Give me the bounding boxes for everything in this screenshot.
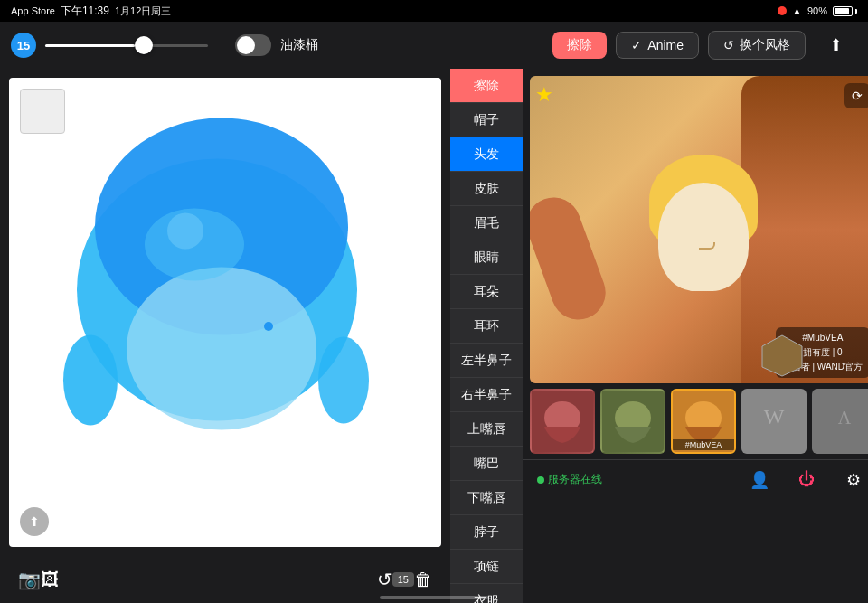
menu-item-lower-lip[interactable]: 下嘴唇 bbox=[450, 481, 523, 515]
content-area: ⬆ 📷 🖼 ↺ 15 🗑 bbox=[0, 69, 868, 603]
undo-button[interactable]: ↺ bbox=[377, 569, 392, 590]
share-icon: ⬆ bbox=[829, 35, 843, 55]
canvas-upload-button[interactable]: ⬆ bbox=[20, 507, 49, 536]
thumb-2-image bbox=[602, 391, 664, 452]
delete-icon: 🗑 bbox=[414, 570, 432, 590]
thumb-1-image bbox=[532, 391, 593, 452]
menu-item-upper-lip[interactable]: 上嘴唇 bbox=[450, 412, 523, 447]
paint-bucket-toggle[interactable] bbox=[235, 34, 271, 56]
thumbnail-1[interactable] bbox=[530, 389, 595, 454]
right-panel: ★ ⟳ #MubVEA 拥有度 | 0 会名者 | WAND官方 bbox=[523, 69, 868, 603]
svg-marker-7 bbox=[762, 335, 802, 376]
character-face bbox=[658, 183, 749, 291]
app-store-label: App Store bbox=[11, 5, 55, 16]
canvas-area: ⬆ 📷 🖼 ↺ 15 🗑 bbox=[0, 69, 450, 603]
server-status-text: 服务器在线 bbox=[548, 472, 602, 487]
refresh-image-button[interactable]: ⟳ bbox=[844, 83, 868, 108]
menu-item-clothes[interactable]: 衣服 bbox=[450, 584, 523, 603]
toolbar: 15 油漆桶 擦除 ✓ Anime ↺ 换个风格 ⬆ bbox=[0, 22, 868, 69]
svg-point-3 bbox=[63, 335, 118, 426]
record-indicator bbox=[778, 6, 787, 15]
thumbnail-2[interactable] bbox=[600, 389, 665, 454]
reference-image-area: ★ ⟳ #MubVEA 拥有度 | 0 会名者 | WAND官方 bbox=[530, 76, 868, 383]
gallery-icon: 🖼 bbox=[41, 570, 59, 590]
settings-button[interactable]: ⚙ bbox=[837, 464, 868, 496]
server-online-dot bbox=[537, 476, 544, 484]
style-button[interactable]: ↺ 换个风格 bbox=[708, 31, 806, 60]
menu-item-ear[interactable]: 耳朵 bbox=[450, 275, 523, 309]
menu-item-nose-right[interactable]: 右半鼻子 bbox=[450, 378, 523, 412]
undo-icon: ↺ bbox=[377, 569, 392, 590]
gallery-button[interactable]: 🖼 bbox=[41, 570, 59, 590]
brush-size-badge: 15 bbox=[11, 33, 36, 58]
svg-point-4 bbox=[318, 337, 369, 424]
share-button[interactable]: ⬆ bbox=[815, 30, 857, 61]
battery-percent: 90% bbox=[807, 5, 827, 16]
menu-item-eraser[interactable]: 擦除 bbox=[450, 69, 523, 103]
menu-item-necklace[interactable]: 项链 bbox=[450, 550, 523, 584]
favorite-star[interactable]: ★ bbox=[535, 83, 553, 107]
bg-character-arm bbox=[530, 190, 613, 327]
delete-button[interactable]: 🗑 bbox=[414, 570, 432, 590]
hair-drawing bbox=[9, 78, 441, 547]
menu-item-nose-left[interactable]: 左半鼻子 bbox=[450, 344, 523, 378]
color-indicator-dot bbox=[264, 322, 273, 331]
thumbnail-strip: #MubVEA W A bbox=[523, 383, 868, 459]
power-icon: ⏻ bbox=[798, 470, 815, 489]
upload-icon: ⬆ bbox=[29, 514, 40, 529]
settings-icon: ⚙ bbox=[846, 470, 861, 490]
drawing-canvas[interactable]: ⬆ bbox=[9, 78, 441, 547]
hex-color-badge bbox=[760, 333, 805, 378]
menu-item-eyebrow[interactable]: 眉毛 bbox=[450, 206, 523, 240]
paint-bucket-label: 油漆桶 bbox=[280, 37, 318, 53]
time-display: 下午11:39 bbox=[61, 4, 109, 19]
camera-icon: 📷 bbox=[18, 569, 41, 590]
bottom-status-bar: 服务器在线 👤 ⏻ ⚙ bbox=[523, 459, 868, 499]
menu-item-hair[interactable]: 头发 bbox=[450, 137, 523, 172]
style-refresh-icon: ↺ bbox=[723, 38, 734, 52]
thumbnail-4[interactable]: W bbox=[741, 389, 807, 454]
svg-text:W: W bbox=[764, 405, 785, 429]
date-display: 1月12日周三 bbox=[115, 5, 171, 18]
anime-check-icon: ✓ bbox=[631, 38, 642, 52]
menu-item-eye[interactable]: 眼睛 bbox=[450, 240, 523, 275]
main-area: 15 油漆桶 擦除 ✓ Anime ↺ 换个风格 ⬆ bbox=[0, 22, 868, 603]
power-button[interactable]: ⏻ bbox=[790, 464, 823, 496]
menu-item-mouth[interactable]: 嘴巴 bbox=[450, 447, 523, 481]
undo-count-badge: 15 bbox=[392, 572, 414, 587]
user-button[interactable]: 👤 bbox=[743, 464, 776, 496]
brush-size-slider[interactable] bbox=[45, 44, 226, 47]
wifi-icon: ▲ bbox=[792, 5, 802, 16]
user-icon: 👤 bbox=[750, 470, 769, 490]
thumb-5-image: A bbox=[814, 391, 868, 452]
thumbnail-5[interactable]: A bbox=[812, 389, 868, 454]
menu-item-earring[interactable]: 耳环 bbox=[450, 309, 523, 344]
menu-item-skin[interactable]: 皮肤 bbox=[450, 172, 523, 206]
status-bar: App Store 下午11:39 1月12日周三 ▲ 90% bbox=[0, 0, 868, 22]
menu-item-hat[interactable]: 帽子 bbox=[450, 103, 523, 137]
camera-button[interactable]: 📷 bbox=[18, 569, 41, 590]
thumb-3-label: #MubVEA bbox=[673, 439, 734, 450]
svg-point-2 bbox=[127, 268, 316, 430]
menu-item-neck[interactable]: 脖子 bbox=[450, 515, 523, 550]
refresh-icon: ⟳ bbox=[852, 89, 863, 103]
eraser-button[interactable]: 擦除 bbox=[552, 32, 607, 59]
svg-point-6 bbox=[167, 213, 203, 250]
battery-icon bbox=[833, 6, 857, 16]
thumbnail-3[interactable]: #MubVEA bbox=[671, 389, 736, 454]
thumb-4-image: W bbox=[743, 391, 805, 452]
svg-text:A: A bbox=[838, 408, 852, 428]
body-part-menu: 擦除 帽子 头发 皮肤 眉毛 眼睛 耳朵 耳环 bbox=[450, 69, 523, 603]
server-status-area: 服务器在线 bbox=[537, 472, 743, 487]
home-indicator bbox=[380, 596, 488, 599]
anime-button[interactable]: ✓ Anime bbox=[616, 32, 699, 59]
